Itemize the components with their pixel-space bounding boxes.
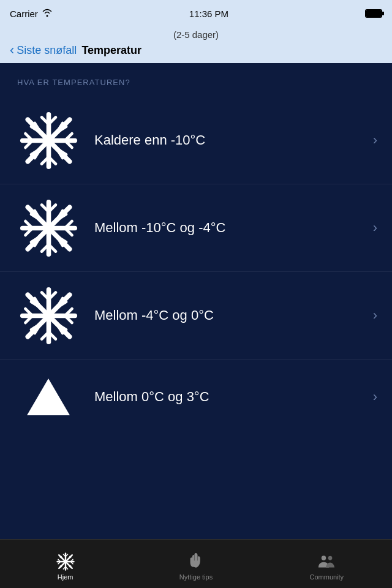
chevron-right-4: › — [373, 389, 377, 405]
snowflake-icon-2 — [15, 194, 82, 262]
status-bar: Carrier 11:36 PM — [0, 0, 392, 27]
tab-nyttige-tips-label: Nyttige tips — [179, 573, 213, 581]
status-left: Carrier — [10, 9, 53, 19]
community-icon — [317, 552, 336, 571]
tab-community[interactable]: Community — [262, 548, 392, 581]
wifi-icon — [42, 9, 53, 19]
back-chevron-icon: ‹ — [10, 43, 14, 57]
nav-bar: (2-5 dager) ‹ Siste snøfall Temperatur — [0, 27, 392, 63]
chevron-right-1: › — [373, 132, 377, 148]
battery-icon — [365, 9, 382, 18]
tab-nyttige-tips[interactable]: Nyttige tips — [130, 548, 261, 581]
temp-option-2[interactable]: Mellom -10°C og -4°C › — [0, 184, 392, 272]
back-label: Siste snøfall — [17, 44, 77, 57]
svg-point-84 — [328, 556, 333, 560]
status-right — [365, 9, 382, 18]
chevron-right-3: › — [373, 307, 377, 323]
section-label: HVA ER TEMPERATUREN? — [0, 78, 392, 97]
tab-hjem[interactable]: Hjem — [0, 548, 130, 581]
nav-title-row: ‹ Siste snøfall Temperatur — [0, 43, 392, 57]
hjem-icon — [56, 552, 75, 571]
temp-label-2: Mellom -10°C og -4°C — [94, 220, 367, 236]
tab-bar: Hjem Nyttige tips Community — [0, 539, 392, 588]
nav-subtitle: (2-5 dager) — [173, 27, 219, 43]
status-time: 11:36 PM — [189, 9, 228, 19]
snowflake-icon-3 — [15, 282, 82, 349]
chevron-right-2: › — [373, 220, 377, 236]
svg-marker-60 — [27, 379, 70, 415]
tab-community-label: Community — [310, 573, 344, 581]
snowflake-icon-1 — [15, 107, 82, 174]
back-button[interactable]: ‹ Siste snøfall — [10, 43, 77, 57]
temp-option-3[interactable]: Mellom -4°C og 0°C › — [0, 272, 392, 360]
temp-label-3: Mellom -4°C og 0°C — [94, 307, 367, 323]
carrier-label: Carrier — [10, 9, 38, 19]
main-content: HVA ER TEMPERATUREN? — [0, 63, 392, 434]
current-page-title: Temperatur — [81, 44, 141, 57]
svg-point-83 — [322, 556, 326, 560]
temp-label-1: Kaldere enn -10°C — [94, 132, 367, 148]
tab-hjem-label: Hjem — [58, 573, 74, 581]
temp-option-4[interactable]: Mellom 0°C og 3°C › — [0, 360, 392, 434]
mountain-icon — [15, 369, 82, 424]
nyttige-tips-icon — [187, 552, 205, 571]
temp-option-1[interactable]: Kaldere enn -10°C › — [0, 97, 392, 184]
temp-label-4: Mellom 0°C og 3°C — [94, 389, 367, 405]
